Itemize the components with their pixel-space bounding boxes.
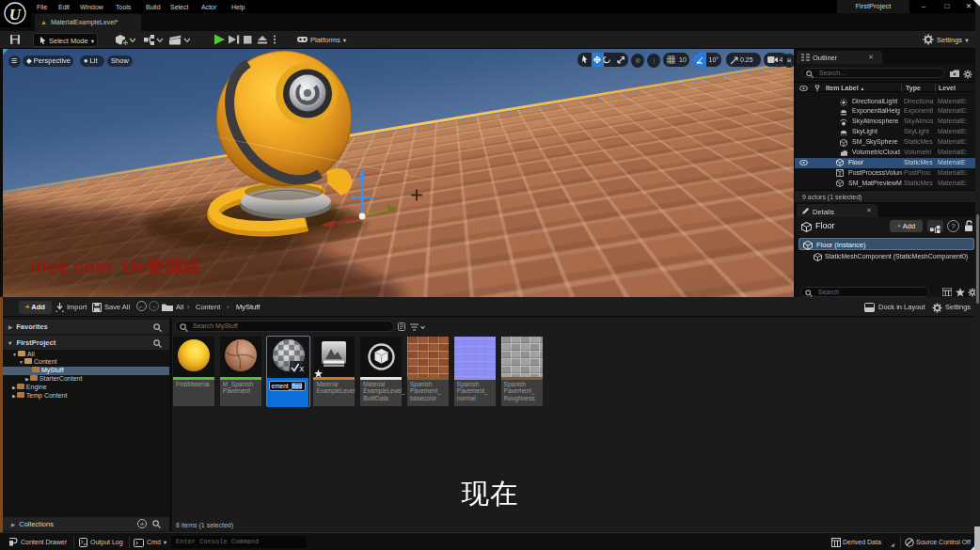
svg-text:U: U (9, 6, 22, 24)
svg-text:x: x (299, 364, 304, 373)
